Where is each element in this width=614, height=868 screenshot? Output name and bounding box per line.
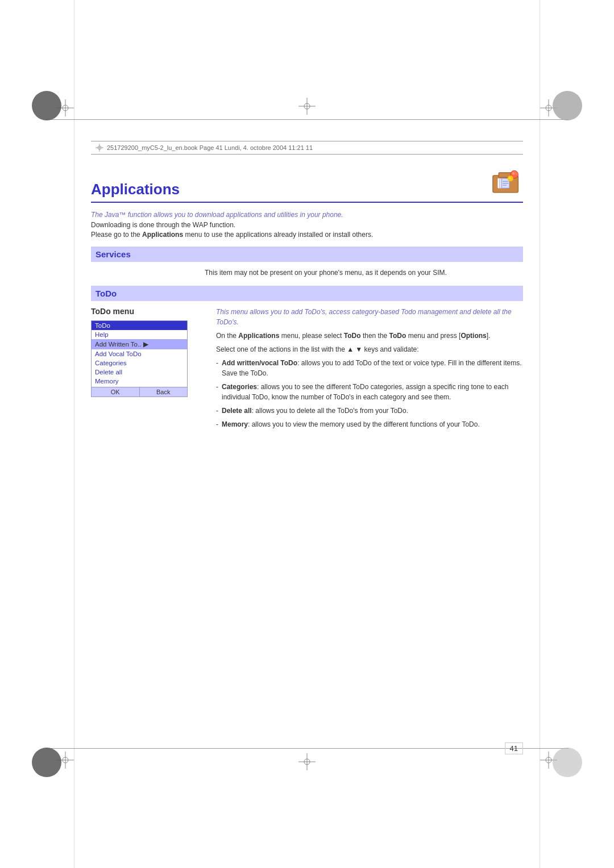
menu-item-delete-all: Delete all — [92, 368, 187, 377]
crosshair-small-icon — [96, 144, 103, 152]
todo-on-apps-line: On the Applications menu, please select … — [216, 331, 523, 341]
intro-line3-suffix: menu to use the applications already ins… — [183, 231, 373, 239]
intro-line3: Please go to the Applications menu to us… — [91, 231, 523, 239]
page-title-text: Applications — [91, 181, 180, 198]
bottom-rule — [45, 748, 569, 749]
menu-item-categories: Categories — [92, 358, 187, 368]
bullet-text-categories: : allows you to see the different ToDo c… — [222, 383, 509, 401]
ok-button[interactable]: OK — [92, 387, 140, 397]
on-apps-mid: menu, please select — [279, 332, 343, 340]
page-number: 41 — [505, 742, 523, 754]
todo-right-panel: This menu allows you to add ToDo's, acce… — [216, 307, 523, 433]
back-button[interactable]: Back — [140, 387, 188, 397]
applications-icon — [489, 165, 523, 196]
todo-left-panel: ToDo menu ToDo Help Add Written To.. ▶ A… — [91, 307, 205, 433]
todo-select-line: Select one of the actions in the list wi… — [216, 344, 523, 354]
book-info-bar: 251729200_myC5-2_lu_en.book Page 41 Lund… — [91, 141, 523, 155]
menu-item-add-vocal: Add Vocal ToDo — [92, 349, 187, 358]
crosshair-tc — [298, 98, 316, 115]
intro-line1: The Java™ function allows you to downloa… — [91, 211, 523, 219]
corner-circle-tl — [32, 91, 61, 120]
on-apps-end: ]. — [487, 332, 491, 340]
top-rule — [45, 119, 569, 120]
bullet-text-delete: : allows you to delete all the ToDo's fr… — [252, 407, 408, 415]
on-apps-bold4: Options — [460, 332, 486, 340]
left-margin-line — [74, 0, 74, 868]
services-left — [91, 268, 205, 278]
corner-circle-br — [553, 748, 582, 777]
intro-line3-bold: Applications — [142, 231, 183, 239]
bullet-item-memory: Memory: allows you to view the memory us… — [216, 419, 523, 429]
intro-line3-prefix: Please go to the — [91, 231, 142, 239]
on-apps-prefix: On the — [216, 332, 238, 340]
bullet-item-delete: Delete all: allows you to delete all the… — [216, 406, 523, 416]
menu-item-memory: Memory — [92, 377, 187, 386]
bullet-bold-delete: Delete all — [222, 407, 252, 415]
book-info-text: 251729200_myC5-2_lu_en.book Page 41 Lund… — [107, 144, 313, 151]
on-apps-bold2: ToDo — [344, 332, 361, 340]
services-description: This item may not be present on your pho… — [205, 268, 523, 278]
page-title-row: Applications — [91, 165, 523, 203]
on-apps-bold1: Applications — [238, 332, 279, 340]
svg-point-21 — [509, 177, 511, 179]
main-content: Applications — [91, 165, 523, 743]
bullet-bold-add: Add written/vocal ToDo — [222, 359, 297, 367]
page: 251729200_myC5-2_lu_en.book Page 41 Lund… — [0, 0, 614, 868]
phone-screen: ToDo Help Add Written To.. ▶ Add Vocal T… — [91, 320, 188, 397]
menu-item-todo: ToDo — [92, 321, 187, 330]
intro-line2: Downloading is done through the WAP func… — [91, 221, 523, 229]
bullet-item-add: Add written/vocal ToDo: allows you to ad… — [216, 358, 523, 378]
on-apps-mid2: then the — [361, 332, 389, 340]
todo-heading: ToDo — [91, 286, 523, 301]
services-content: This item may not be present on your pho… — [91, 268, 523, 278]
phone-buttons: OK Back — [92, 387, 187, 397]
corner-circle-tr — [553, 91, 582, 120]
svg-point-19 — [512, 172, 515, 174]
on-apps-mid3: menu and press [ — [406, 332, 460, 340]
corner-circle-bl — [32, 748, 61, 777]
todo-intro-italic: This menu allows you to add ToDo's, acce… — [216, 307, 523, 327]
todo-section: ToDo ToDo menu ToDo Help Add Written To.… — [91, 286, 523, 433]
todo-content: ToDo menu ToDo Help Add Written To.. ▶ A… — [91, 307, 523, 433]
todo-bullet-list: Add written/vocal ToDo: allows you to ad… — [216, 358, 523, 429]
crosshair-bc — [298, 753, 316, 770]
right-margin-line — [540, 0, 540, 868]
todo-menu-heading: ToDo menu — [91, 307, 205, 316]
services-heading: Services — [91, 247, 523, 262]
menu-item-add-written: Add Written To.. ▶ — [92, 339, 187, 349]
bullet-bold-categories: Categories — [222, 383, 257, 391]
bullet-bold-memory: Memory — [222, 420, 248, 428]
bullet-item-categories: Categories: allows you to see the differ… — [216, 382, 523, 402]
on-apps-bold3: ToDo — [389, 332, 406, 340]
menu-item-help: Help — [92, 330, 187, 339]
bullet-text-memory: : allows you to view the memory used by … — [248, 420, 480, 428]
